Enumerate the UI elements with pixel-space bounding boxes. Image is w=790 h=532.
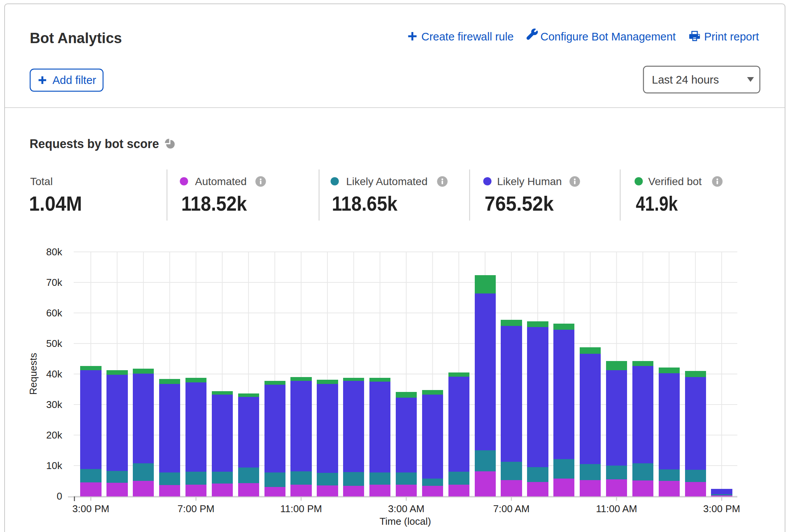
svg-text:Print report: Print report — [704, 31, 759, 43]
svg-text:60k: 60k — [46, 307, 63, 319]
svg-text:Time (local): Time (local) — [380, 516, 431, 527]
svg-text:70k: 70k — [46, 277, 63, 288]
svg-text:118.52k: 118.52k — [181, 192, 247, 215]
svg-text:11:00 PM: 11:00 PM — [280, 503, 322, 514]
svg-text:Automated: Automated — [195, 176, 247, 187]
svg-text:3:00 AM: 3:00 AM — [388, 503, 424, 514]
svg-text:1.04M: 1.04M — [29, 192, 82, 215]
svg-text:3:00 PM: 3:00 PM — [703, 503, 740, 514]
svg-text:Requests: Requests — [27, 353, 39, 395]
svg-text:7:00 PM: 7:00 PM — [177, 503, 214, 514]
svg-text:118.65k: 118.65k — [332, 192, 398, 215]
svg-text:80k: 80k — [46, 246, 63, 258]
svg-text:Bot Analytics: Bot Analytics — [30, 30, 122, 46]
svg-text:11:00 AM: 11:00 AM — [596, 503, 637, 514]
svg-text:Likely Automated: Likely Automated — [346, 176, 427, 187]
svg-text:40k: 40k — [46, 368, 63, 380]
svg-text:Requests by bot score: Requests by bot score — [30, 137, 159, 151]
svg-text:Total: Total — [30, 176, 53, 187]
svg-text:41.9k: 41.9k — [636, 192, 678, 215]
svg-text:7:00 AM: 7:00 AM — [493, 503, 529, 514]
svg-text:Create firewall rule: Create firewall rule — [421, 31, 514, 43]
svg-text:20k: 20k — [46, 429, 63, 441]
svg-text:3:00 PM: 3:00 PM — [73, 503, 110, 514]
svg-text:10k: 10k — [46, 460, 63, 471]
svg-text:30k: 30k — [46, 399, 63, 410]
svg-text:Likely Human: Likely Human — [497, 176, 562, 187]
svg-text:Configure Bot Management: Configure Bot Management — [540, 31, 676, 43]
svg-text:765.52k: 765.52k — [485, 192, 554, 215]
svg-text:50k: 50k — [46, 338, 63, 349]
svg-text:0: 0 — [57, 490, 62, 502]
svg-text:Add filter: Add filter — [53, 74, 97, 86]
svg-text:Last 24 hours: Last 24 hours — [652, 74, 719, 86]
svg-text:Verified bot: Verified bot — [648, 176, 702, 187]
